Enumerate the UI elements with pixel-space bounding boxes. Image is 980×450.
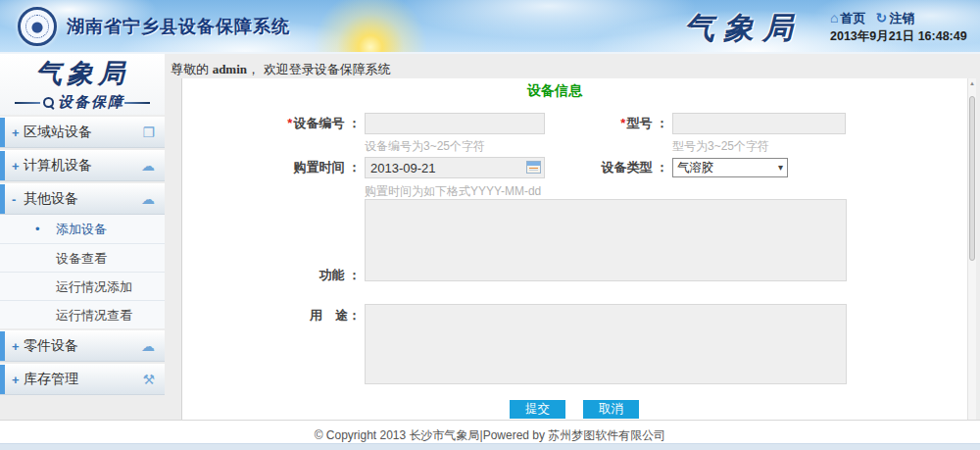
datetime-display: 2013年9月21日 16:48:49 <box>830 28 967 45</box>
sidebar: 气象局 设备保障 + 区域站设备 ❐ + 计算机设备 ☁ - 其他设备 ☁ <box>0 54 165 395</box>
copyright-text: © Copyright 2013 长沙市气象局|Powered by 苏州梦图软… <box>0 427 980 444</box>
page: 湖南省宁乡县设备保障系统 气象局 ⌂首页↻注销 2013年9月21日 16:48… <box>0 0 980 450</box>
scrollbar-thumb[interactable] <box>969 96 975 261</box>
model-label: *型号 ： <box>492 113 668 134</box>
sidebar-item-region-station[interactable]: + 区域站设备 ❐ <box>0 117 165 148</box>
logout-link[interactable]: 注销 <box>889 10 914 27</box>
sidebar-logo-title: 气象局 <box>0 54 165 91</box>
sidebar-item-computer[interactable]: + 计算机设备 ☁ <box>0 150 165 181</box>
usage-textarea[interactable] <box>365 304 847 384</box>
sidebar-item-parts[interactable]: + 零件设备 ☁ <box>0 330 165 362</box>
menu-accent-bar <box>0 151 5 180</box>
purchase-date-label: 购置时间 ： <box>184 157 361 178</box>
submenu-item-add-device[interactable]: • 添加设备 <box>0 215 165 243</box>
device-type-label: 设备类型 ： <box>492 157 668 178</box>
required-mark: * <box>620 116 625 130</box>
submenu-item-add-run-status[interactable]: 运行情况添加 <box>0 272 165 300</box>
header-links: ⌂首页↻注销 <box>830 10 914 27</box>
expand-plus-icon[interactable]: + <box>12 339 24 354</box>
device-no-hint: 设备编号为3~25个字符 <box>365 138 485 155</box>
logout-icon: ↻ <box>875 10 887 25</box>
cma-emblem-inner <box>25 15 49 38</box>
menu-accent-bar <box>0 118 5 147</box>
welcome-message: 尊敬的 admin， 欢迎登录设备保障系统 <box>171 61 391 78</box>
menu-accent-bar <box>0 365 5 394</box>
function-textarea[interactable] <box>365 199 847 281</box>
tools-icon: ⚒ <box>142 372 155 387</box>
window-icon: ❐ <box>142 125 155 140</box>
decor-line-left <box>15 102 40 104</box>
cancel-button[interactable]: 取消 <box>583 400 639 419</box>
scroll-up-arrow-icon[interactable]: ▲ <box>968 80 976 86</box>
device-no-label: *设备编号 ： <box>184 113 361 134</box>
model-hint: 型号为3~25个字符 <box>672 138 769 155</box>
sidebar-item-other-devices[interactable]: - 其他设备 ☁ <box>0 183 165 215</box>
home-link[interactable]: 首页 <box>840 10 865 27</box>
usage-label: 用 途： <box>184 305 361 326</box>
sidebar-logo-subtitle-row: 设备保障 <box>0 93 165 112</box>
model-input[interactable] <box>672 113 846 134</box>
expand-plus-icon[interactable]: + <box>12 125 24 140</box>
home-icon: ⌂ <box>830 10 838 25</box>
expand-plus-icon[interactable]: + <box>12 373 24 387</box>
active-bullet-icon: • <box>35 215 40 243</box>
cloud-icon: ☁ <box>141 338 155 354</box>
device-type-selected-value: 气溶胶 <box>677 161 714 175</box>
decor-line-right <box>124 102 150 104</box>
collapse-minus-icon[interactable]: - <box>12 192 24 207</box>
cloud-icon: ☁ <box>141 158 155 174</box>
expand-plus-icon[interactable]: + <box>12 159 24 174</box>
footer-band <box>0 443 980 450</box>
function-label: 功能 ： <box>184 265 361 286</box>
menu-accent-bar <box>0 184 5 214</box>
device-info-panel: 设备信息 *设备编号 ： 设备编号为3~25个字符 *型号 ： 型号为3~25个… <box>181 78 967 420</box>
magnifier-icon <box>43 97 55 109</box>
menu-accent-bar <box>0 331 5 361</box>
brand-wordmark: 气象局 <box>684 8 802 49</box>
sidebar-logo-subtitle: 设备保障 <box>58 93 124 112</box>
chevron-down-icon: ▾ <box>778 159 783 176</box>
submenu-item-view-device[interactable]: 设备查看 <box>0 243 165 272</box>
submenu-item-view-run-status[interactable]: 运行情况查看 <box>0 300 165 328</box>
cloud-icon: ☁ <box>141 191 155 207</box>
site-title: 湖南省宁乡县设备保障系统 <box>67 15 290 38</box>
username: admin <box>213 62 247 76</box>
top-header: 湖南省宁乡县设备保障系统 气象局 ⌂首页↻注销 2013年9月21日 16:48… <box>0 0 980 54</box>
form-title: 设备信息 <box>182 82 927 100</box>
footer: © Copyright 2013 长沙市气象局|Powered by 苏州梦图软… <box>0 420 980 450</box>
cma-emblem-logo <box>18 7 57 46</box>
vertical-scrollbar[interactable]: ▲ <box>967 78 976 420</box>
sidebar-logo: 气象局 设备保障 <box>0 54 165 115</box>
submit-button[interactable]: 提交 <box>510 400 565 419</box>
device-type-select[interactable]: 气溶胶 ▾ <box>672 158 788 177</box>
purchase-date-hint: 购置时间为如下格式YYYY-MM-dd <box>365 183 541 200</box>
required-mark: * <box>287 116 292 130</box>
other-devices-submenu: • 添加设备 设备查看 运行情况添加 运行情况查看 <box>0 215 165 328</box>
sidebar-item-inventory[interactable]: + 库存管理 ⚒ <box>0 364 165 395</box>
